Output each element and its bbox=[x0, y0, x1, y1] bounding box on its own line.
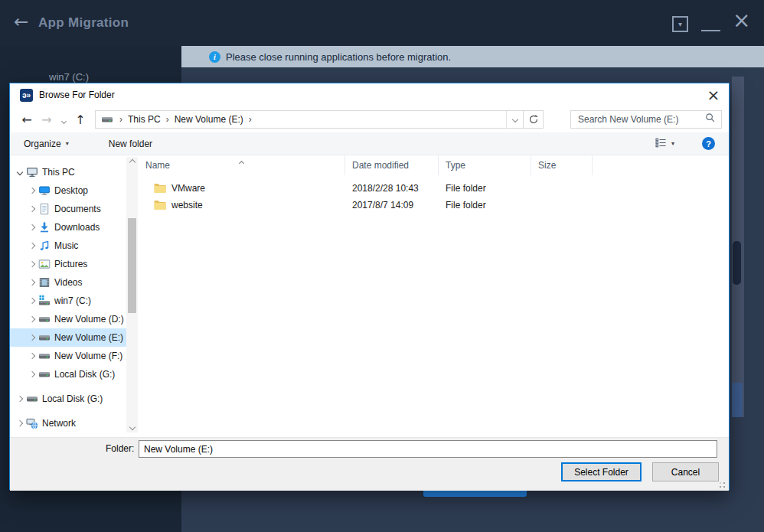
tree-item[interactable]: Music bbox=[10, 237, 126, 255]
nav-forward-icon[interactable]: → bbox=[37, 113, 57, 127]
chevron-right-icon[interactable] bbox=[27, 207, 38, 211]
minimize-icon[interactable] bbox=[701, 30, 720, 31]
help-icon[interactable]: ? bbox=[702, 137, 715, 150]
tree-item[interactable]: Local Disk (G:) bbox=[10, 365, 126, 383]
tree-item-label: Music bbox=[54, 240, 78, 251]
back-icon[interactable]: ← bbox=[14, 11, 28, 31]
tree-item-label: New Volume (E:) bbox=[54, 332, 123, 343]
new-folder-button[interactable]: New folder bbox=[109, 139, 152, 149]
navigation-bar: ← → ↑ › This PC › New Volume (E:) › bbox=[10, 106, 729, 132]
organize-dropdown-icon[interactable]: ▾ bbox=[66, 140, 69, 147]
chevron-right-icon[interactable] bbox=[27, 262, 38, 266]
file-row[interactable]: website2017/8/7 14:09File folder bbox=[139, 197, 729, 214]
app-title: App Migration bbox=[38, 15, 129, 31]
scroll-up-icon[interactable] bbox=[126, 160, 138, 165]
tree-item[interactable]: Local Disk (G:) bbox=[10, 390, 126, 408]
file-type: File folder bbox=[439, 183, 531, 194]
breadcrumb-separator: › bbox=[249, 114, 252, 125]
view-dropdown-icon[interactable]: ▾ bbox=[671, 140, 674, 147]
dialog-footer: Folder: Select Folder Cancel bbox=[10, 437, 729, 491]
folder-input[interactable] bbox=[139, 440, 717, 458]
scroll-down-icon[interactable] bbox=[126, 425, 138, 429]
music-icon bbox=[38, 240, 51, 252]
tray-minimize-icon[interactable]: ▾ bbox=[672, 16, 688, 32]
view-details-icon[interactable] bbox=[655, 138, 667, 150]
column-header-date-modified[interactable]: Date modified bbox=[345, 155, 439, 175]
tree-item[interactable]: Videos bbox=[10, 273, 126, 292]
file-name: VMware bbox=[171, 183, 205, 194]
column-header-size[interactable]: Size bbox=[531, 155, 593, 175]
chevron-right-icon[interactable] bbox=[27, 372, 38, 377]
close-icon[interactable]: × bbox=[733, 10, 750, 31]
tree-scrollbar[interactable] bbox=[126, 157, 138, 432]
drive-icon bbox=[38, 331, 51, 344]
chevron-right-icon[interactable] bbox=[15, 397, 25, 401]
address-dropdown-icon[interactable] bbox=[506, 111, 523, 128]
tree-item[interactable]: win7 (C:) bbox=[10, 292, 126, 310]
chevron-right-icon[interactable] bbox=[27, 299, 38, 303]
tree-item-label: Local Disk (G:) bbox=[42, 393, 103, 404]
search-icon[interactable] bbox=[705, 113, 716, 126]
drive-icon bbox=[38, 313, 51, 325]
file-row[interactable]: VMware2018/2/28 10:43File folder bbox=[139, 180, 729, 197]
tree-item[interactable]: New Volume (F:) bbox=[10, 347, 126, 365]
refresh-icon[interactable] bbox=[523, 111, 543, 128]
search-input[interactable] bbox=[576, 113, 705, 126]
resize-grip[interactable] bbox=[717, 480, 725, 488]
app-titlebar: ← App Migration ▾ × bbox=[0, 0, 764, 46]
dialog-body: This PCDesktopDocumentsDownloadsMusicPic… bbox=[10, 155, 729, 437]
tree-item-label: win7 (C:) bbox=[54, 295, 91, 306]
column-header-type[interactable]: Type bbox=[439, 155, 531, 175]
file-name: website bbox=[171, 200, 203, 211]
tree-item[interactable]: Desktop bbox=[10, 181, 126, 200]
select-folder-button[interactable]: Select Folder bbox=[561, 462, 642, 481]
folder-icon bbox=[154, 200, 166, 211]
chevron-right-icon[interactable] bbox=[27, 335, 38, 340]
drive-icon bbox=[38, 350, 51, 362]
background-scrollbar-thumb[interactable] bbox=[733, 241, 741, 285]
info-icon: i bbox=[209, 51, 220, 63]
organize-button[interactable]: Organize bbox=[24, 139, 61, 149]
chevron-right-icon[interactable] bbox=[27, 225, 38, 230]
downloads-icon bbox=[38, 221, 51, 233]
tree-item[interactable]: New Volume (D:) bbox=[10, 310, 126, 328]
tree-item[interactable]: Downloads bbox=[10, 218, 126, 237]
tree-scrollbar-thumb[interactable] bbox=[128, 218, 136, 313]
nav-history-chevron-icon[interactable] bbox=[57, 113, 70, 126]
search-box[interactable] bbox=[570, 110, 722, 129]
chevron-down-icon[interactable] bbox=[15, 170, 25, 175]
nav-up-icon[interactable]: ↑ bbox=[70, 113, 90, 127]
file-list: Name Date modified Type Size VMware2018/… bbox=[139, 155, 729, 437]
tree-item[interactable]: Documents bbox=[10, 200, 126, 218]
chevron-right-icon[interactable] bbox=[27, 354, 38, 358]
pictures-icon bbox=[38, 258, 51, 270]
tree-item-label: Network bbox=[42, 418, 76, 429]
tree-item-label: Desktop bbox=[54, 185, 88, 196]
chevron-right-icon[interactable] bbox=[27, 317, 38, 321]
tree-item[interactable]: New Volume (E:) bbox=[10, 328, 126, 347]
cancel-button[interactable]: Cancel bbox=[652, 462, 719, 481]
sidebar-item-partial[interactable]: win7 (C:) bbox=[49, 71, 89, 83]
breadcrumb-new-volume-e[interactable]: New Volume (E:) bbox=[175, 114, 243, 125]
dialog-close-icon[interactable]: × bbox=[703, 85, 724, 105]
tree-item[interactable]: Pictures bbox=[10, 255, 126, 273]
tree-item-label: Documents bbox=[54, 204, 101, 214]
documents-icon bbox=[38, 203, 51, 215]
screen: ← App Migration ▾ × win7 (C:) i Please c… bbox=[0, 0, 764, 532]
file-date-modified: 2017/8/7 14:09 bbox=[345, 200, 439, 211]
tree-item[interactable]: Network bbox=[10, 414, 126, 432]
chevron-right-icon[interactable] bbox=[15, 421, 25, 426]
browse-for-folder-dialog: ə» Browse For Folder × ← → ↑ › This PC ›… bbox=[9, 83, 730, 490]
chevron-right-icon[interactable] bbox=[27, 188, 38, 193]
breadcrumb-this-pc[interactable]: This PC bbox=[128, 114, 161, 125]
tree-item-label: New Volume (F:) bbox=[54, 351, 122, 361]
breadcrumb[interactable]: › This PC › New Volume (E:) › bbox=[96, 111, 506, 128]
tree-item-label: Local Disk (G:) bbox=[54, 369, 115, 380]
folder-label: Folder: bbox=[106, 443, 134, 454]
chevron-right-icon[interactable] bbox=[27, 280, 38, 285]
command-toolbar: Organize ▾ New folder ▾ ? bbox=[10, 132, 729, 155]
tree-item[interactable]: This PC bbox=[10, 163, 126, 181]
chevron-right-icon[interactable] bbox=[27, 243, 38, 248]
drive-icon bbox=[25, 393, 39, 405]
nav-back-icon[interactable]: ← bbox=[17, 113, 37, 127]
